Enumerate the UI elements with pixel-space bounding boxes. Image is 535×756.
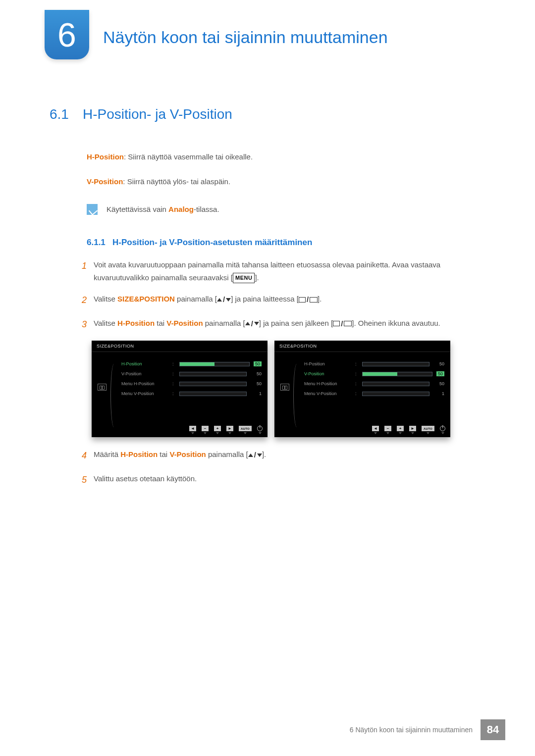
- minus-icon: −: [384, 426, 391, 431]
- osd-row: V-Position : 50: [304, 369, 444, 379]
- osd-curve-decoration: [110, 364, 117, 427]
- steps-list-continued: 4 Määritä H-Position tai V-Position pain…: [78, 448, 454, 487]
- osd-row-value: 50: [433, 361, 444, 366]
- osd-row-value: 50: [254, 361, 262, 366]
- step-3: 3 Valitse H-Position tai V-Position pain…: [78, 317, 454, 332]
- forward-icon: ►: [409, 426, 416, 431]
- note-icon: [87, 204, 98, 215]
- v-position-label: V-Position: [87, 177, 123, 186]
- osd-slider: [362, 392, 429, 396]
- osd-sidebar: [92, 352, 112, 424]
- subsection-number: 6.1.1: [87, 238, 106, 247]
- osd-slider: [362, 362, 429, 366]
- osd-slider: [179, 382, 247, 386]
- note-row: Käytettävissä vain Analog-tilassa.: [87, 203, 443, 215]
- up-down-icon: /: [248, 449, 262, 461]
- osd-button-row: ◄ − + ► AUTO: [372, 426, 445, 434]
- note-text: Käytettävissä vain Analog-tilassa.: [107, 203, 219, 215]
- page-footer: 6 Näytön koon tai sijainnin muuttaminen …: [350, 719, 505, 740]
- osd-row: H-Position : 50: [121, 359, 262, 369]
- plus-icon: +: [214, 426, 221, 431]
- power-icon: [440, 426, 445, 431]
- osd-title: SIZE&POSITION: [274, 341, 450, 352]
- back-icon: ◄: [189, 426, 196, 431]
- osd-row-value: 50: [251, 371, 262, 376]
- subsection-title: H-Position- ja V-Position-asetusten määr…: [112, 238, 312, 247]
- page-header: 6 Näytön koon tai sijainnin muuttaminen: [0, 0, 535, 59]
- osd-row-label: H-Position: [121, 361, 168, 366]
- step-4: 4 Määritä H-Position tai V-Position pain…: [78, 448, 454, 463]
- h-position-label: H-Position: [87, 152, 124, 161]
- osd-slider: [179, 372, 247, 376]
- section-number: 6.1: [50, 106, 69, 122]
- note-post: -tilassa.: [194, 205, 219, 213]
- step-1: 1 Voit avata kuvaruutuoppaan painamalla …: [78, 258, 454, 284]
- section-title: H-Position- ja V-Position: [83, 106, 232, 122]
- size-position-icon: [280, 384, 289, 391]
- step-number: 4: [78, 448, 87, 463]
- step-text: Määritä H-Position tai V-Position painam…: [94, 448, 266, 463]
- power-icon: [257, 426, 263, 431]
- osd-screenshots: SIZE&POSITION H-Position : 50 V-Position…: [92, 341, 535, 437]
- step-2: 2 Valitse SIZE&POSITION painamalla [/] j…: [78, 293, 454, 308]
- step-number: 1: [78, 258, 87, 284]
- osd-row-label: Menu V-Position: [121, 391, 168, 396]
- osd-title: SIZE&POSITION: [92, 341, 268, 352]
- osd-panel-v: SIZE&POSITION H-Position : 50 V-Position…: [274, 341, 450, 437]
- osd-row-value: 50: [433, 381, 444, 386]
- back-icon: ◄: [372, 426, 379, 431]
- osd-row: Menu V-Position : 1: [121, 389, 262, 399]
- section-content: H-Position: Siirrä näyttöä vasemmalle ta…: [87, 151, 443, 215]
- osd-row: Menu H-Position : 50: [304, 379, 444, 389]
- menu-button-label: MENU: [233, 273, 255, 283]
- h-position-definition: H-Position: Siirrä näyttöä vasemmalle ta…: [87, 151, 443, 163]
- osd-row: Menu H-Position : 50: [121, 379, 262, 389]
- osd-slider: [179, 362, 250, 366]
- osd-row-label: V-Position: [304, 371, 351, 376]
- osd-row: V-Position : 50: [121, 369, 262, 379]
- osd-row-label: V-Position: [121, 371, 168, 376]
- step-number: 3: [78, 317, 87, 332]
- step-text: Valittu asetus otetaan käyttöön.: [94, 472, 197, 488]
- size-position-icon: [98, 384, 107, 391]
- v-position-text: : Siirrä näyttöä ylös- tai alaspäin.: [123, 177, 230, 186]
- h-position-text: : Siirrä näyttöä vasemmalle tai oikealle…: [124, 152, 253, 161]
- chapter-number-badge: 6: [45, 10, 89, 59]
- screen-icons: /: [299, 293, 318, 306]
- footer-chapter-text: 6 Näytön koon tai sijainnin muuttaminen: [350, 726, 473, 734]
- osd-row-value: 1: [433, 391, 444, 396]
- osd-row-value: 50: [251, 381, 262, 386]
- osd-row-value: 1: [251, 391, 262, 396]
- v-position-definition: V-Position: Siirrä näyttöä ylös- tai ala…: [87, 176, 443, 188]
- osd-row-value: 50: [436, 371, 444, 376]
- screen-icons: /: [333, 317, 352, 330]
- step-text: Voit avata kuvaruutuoppaan painamalla mi…: [94, 258, 454, 284]
- osd-slider: [179, 392, 247, 396]
- chapter-title: Näytön koon tai sijainnin muuttaminen: [103, 28, 388, 47]
- osd-panel-h: SIZE&POSITION H-Position : 50 V-Position…: [92, 341, 268, 437]
- subsection-heading: 6.1.1 H-Position- ja V-Position-asetuste…: [87, 238, 535, 248]
- osd-row-label: H-Position: [304, 361, 351, 366]
- osd-row-label: Menu V-Position: [304, 391, 351, 396]
- step-number: 5: [78, 472, 87, 488]
- osd-slider: [362, 372, 432, 376]
- osd-curve-decoration: [293, 364, 300, 427]
- up-down-icon: /: [245, 317, 259, 330]
- section-heading: 6.1 H-Position- ja V-Position: [50, 106, 535, 122]
- osd-row-label: Menu H-Position: [304, 381, 351, 386]
- up-down-icon: /: [217, 293, 231, 306]
- step-number: 2: [78, 293, 87, 308]
- steps-list: 1 Voit avata kuvaruutuoppaan painamalla …: [78, 258, 454, 332]
- osd-row: H-Position : 50: [304, 359, 444, 369]
- plus-icon: +: [397, 426, 404, 431]
- page-number: 84: [481, 719, 505, 740]
- osd-sidebar: [274, 352, 295, 424]
- step-text: Valitse SIZE&POSITION painamalla [/] ja …: [94, 293, 321, 308]
- osd-slider: [362, 382, 429, 386]
- minus-icon: −: [202, 426, 209, 431]
- step-text: Valitse H-Position tai V-Position painam…: [94, 317, 440, 332]
- auto-button: AUTO: [422, 426, 434, 431]
- osd-button-row: ◄ − + ► AUTO: [189, 426, 263, 434]
- note-pre: Käytettävissä vain: [107, 205, 168, 213]
- step-5: 5 Valittu asetus otetaan käyttöön.: [78, 472, 454, 488]
